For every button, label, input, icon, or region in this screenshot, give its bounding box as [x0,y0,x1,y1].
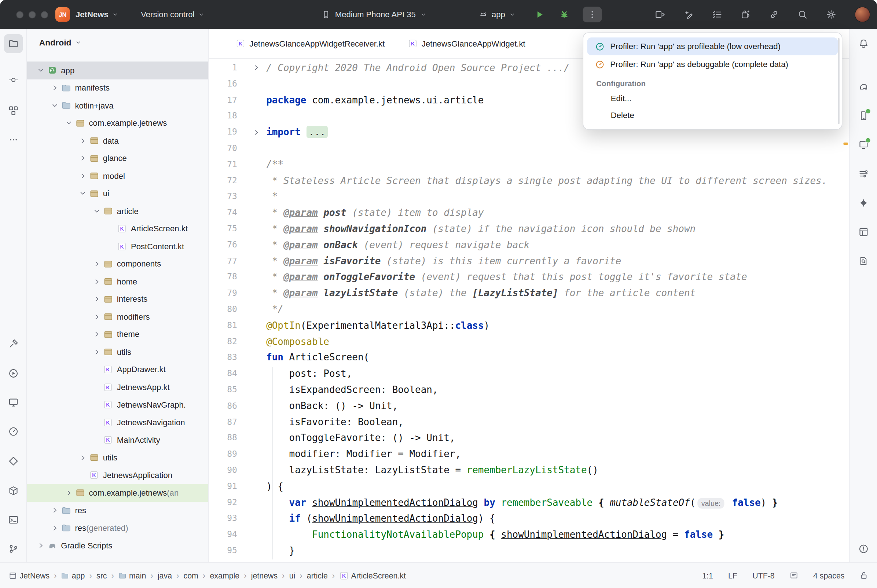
run-button[interactable] [530,7,549,22]
tree-item-manifests[interactable]: manifests [27,79,208,97]
breadcrumb-item[interactable]: JetNews [9,571,49,580]
tree-item-article[interactable]: article [27,202,208,220]
code-line[interactable]: 85 isExpandedScreen: Boolean, [209,382,849,398]
tree-item-com-example-jetnews[interactable]: com.example.jetnews (an [27,484,208,501]
tool-button-structure[interactable] [4,101,23,120]
folded-imports[interactable]: ... [306,126,328,138]
caret-position[interactable]: 1:1 [702,571,713,580]
tool-button-commit[interactable] [4,70,23,90]
code-line[interactable]: 78 * @param onToggleFavorite (event) req… [209,269,849,285]
tree-item-modifiers[interactable]: modifiers [27,308,208,326]
code-line[interactable]: 89 modifier: Modifier = Modifier, [209,446,849,462]
breadcrumb-item[interactable]: java [157,571,172,580]
code-line[interactable]: 82@Composable [209,334,849,350]
code-line[interactable]: 90 lazyListState: LazyListState = rememb… [209,462,849,478]
tree-item-app[interactable]: app [27,62,208,79]
chevron-right-icon[interactable] [50,84,60,92]
chevron-right-icon[interactable] [78,154,88,162]
close-window-button[interactable] [16,11,24,18]
code-line[interactable]: 80 */ [209,302,849,318]
chevron-right-icon[interactable] [78,172,88,180]
maximize-window-button[interactable] [41,11,48,18]
fold-marker-icon[interactable] [237,124,266,140]
breadcrumb-item[interactable]: example [210,571,240,580]
vcs-widget[interactable]: Version control [141,10,205,19]
tree-item-postcontent-kt[interactable]: KPostContent.kt [27,237,208,255]
tree-item-articlescreen-kt[interactable]: KArticleScreen.kt [27,220,208,237]
tree-item-jetnewsapplication[interactable]: KJetnewsApplication [27,466,208,484]
breadcrumb-item[interactable]: jetnews [251,571,277,580]
tool-button-notifications[interactable] [854,34,873,53]
tree-item-theme[interactable]: theme [27,326,208,343]
tree-item-utils[interactable]: utils [27,449,208,466]
editor-config-icon[interactable] [790,571,798,580]
settings-gear-icon[interactable] [826,9,836,20]
breadcrumb-item[interactable]: main [118,571,146,580]
breadcrumb-item[interactable]: KArticleScreen.kt [339,571,406,580]
code-line[interactable]: 76 * @param onBack (event) request navig… [209,237,849,253]
tool-button-running-devices[interactable] [854,135,873,154]
code-line[interactable]: 81@OptIn(ExperimentalMaterial3Api::class… [209,318,849,334]
chevron-down-icon[interactable] [50,102,60,109]
tool-button-find[interactable] [854,252,873,270]
code-line[interactable]: 87 isFavorite: Boolean, [209,414,849,430]
code-line[interactable]: 71/** [209,156,849,172]
tool-button-more-horizontal[interactable] [4,130,23,149]
code-line[interactable]: 74 * @param post (state) item to display [209,204,849,220]
tool-button-profiler[interactable] [4,422,23,441]
code-line[interactable]: 83fun ArticleScreen( [209,350,849,366]
plugin-sparkle-icon[interactable] [741,9,751,20]
chevron-down-icon[interactable] [91,207,102,215]
tree-item-jetnewsapp-kt[interactable]: KJetnewsApp.kt [27,378,208,396]
breadcrumb-item[interactable]: article [307,571,328,580]
code-line[interactable]: 91) { [209,478,849,495]
device-selector[interactable]: Medium Phone API 35 [322,0,427,29]
tool-button-git-branch[interactable] [4,539,23,558]
tool-button-layout-inspector[interactable] [854,222,873,242]
chevron-right-icon[interactable] [50,524,60,532]
code-line[interactable]: 92 var showUnimplementedActionDialog by … [209,495,849,511]
chevron-right-icon[interactable] [36,542,46,549]
code-line[interactable]: 84 post: Post, [209,366,849,382]
tool-button-insights[interactable] [4,452,23,471]
breadcrumb-item[interactable]: com [184,571,198,580]
popup-menu-item[interactable]: Profiler: Run 'app' as debuggable (compl… [588,56,838,74]
tree-item-data[interactable]: data [27,132,208,150]
breadcrumb-item[interactable]: app [61,571,85,580]
code-area[interactable]: 1/ Copyright 2020 The Android Open Sourc… [209,58,849,562]
chevron-right-icon[interactable] [78,137,88,144]
code-line[interactable]: 79 * @param lazyListState (state) the [L… [209,285,849,302]
indent-indicator[interactable]: 4 spaces [813,571,844,580]
tree-item-utils[interactable]: utils [27,343,208,361]
tree-item-gradle-scripts[interactable]: Gradle Scripts [27,537,208,554]
search-icon[interactable] [798,9,807,20]
code-line[interactable]: 70 [209,140,849,156]
link-external-icon[interactable] [769,9,779,20]
tool-button-terminal[interactable] [4,510,23,530]
tool-button-build-box[interactable] [4,482,23,500]
code-line[interactable]: 75 * @param showNavigationIcon (state) i… [209,220,849,237]
chevron-down-icon[interactable] [36,66,46,74]
chevron-right-icon[interactable] [91,313,102,320]
chevron-right-icon[interactable] [91,330,102,338]
unlocked-icon[interactable] [860,571,868,580]
ai-assistant-icon[interactable] [684,9,693,20]
code-line[interactable]: 86 onBack: () -> Unit, [209,398,849,414]
tool-button-gemini-star[interactable] [854,194,873,213]
breadcrumb-item[interactable]: src [96,571,107,580]
editor-tab[interactable]: KJetnewsGlanceAppWidgetReceiver.kt [224,29,397,58]
tree-item-interests[interactable]: interests [27,290,208,308]
tree-item-jetnewsnavgraph[interactable]: KJetnewsNavGraph. [27,396,208,414]
tool-button-gradle-elephant[interactable] [854,77,873,96]
tree-item-model[interactable]: model [27,167,208,185]
code-line[interactable]: 95 } [209,543,849,559]
chevron-down-icon[interactable] [64,119,74,127]
debug-button[interactable] [555,7,574,22]
popup-scrollbar[interactable] [838,38,840,124]
tree-item-mainactivity[interactable]: KMainActivity [27,431,208,449]
popup-menu-item[interactable]: Profiler: Run 'app' as profileable (low … [588,38,838,56]
chevron-right-icon[interactable] [50,507,60,514]
tree-item-glance[interactable]: glance [27,150,208,167]
popup-action-edit[interactable]: Edit... [588,90,838,106]
tree-item-com-example-jetnews[interactable]: com.example.jetnews [27,114,208,132]
